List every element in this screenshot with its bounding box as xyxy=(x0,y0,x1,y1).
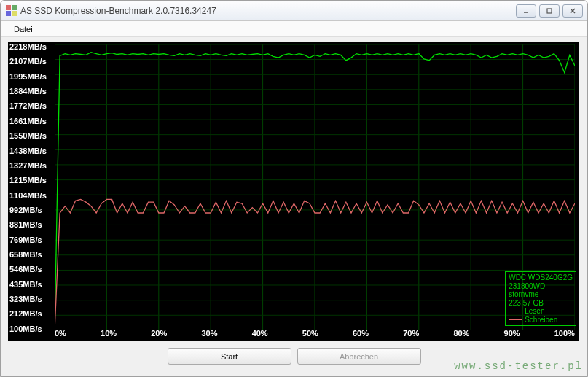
legend: WDC WDS240G2G 231800WD stornvme 223,57 G… xyxy=(505,271,576,326)
menu-datei[interactable]: Datei xyxy=(8,23,39,35)
window-controls xyxy=(516,4,583,18)
x-axis-labels: 0%10%20%30%40%50%60%70%80%90%100% xyxy=(55,329,575,339)
legend-capacity: 223,57 GB xyxy=(509,299,573,308)
start-button[interactable]: Start xyxy=(168,348,291,365)
plot-area xyxy=(55,44,575,330)
close-button[interactable] xyxy=(562,4,583,18)
app-icon xyxy=(5,5,17,17)
maximize-button[interactable] xyxy=(539,4,560,18)
legend-write-row: Schreiben xyxy=(509,316,573,324)
window-title: AS SSD Kompression-Benchmark 2.0.7316.34… xyxy=(20,6,516,16)
y-axis-labels: 2218MB/s2107MB/s1995MB/s1884MB/s1772MB/s… xyxy=(9,43,55,333)
app-window: AS SSD Kompression-Benchmark 2.0.7316.34… xyxy=(0,0,588,377)
menubar: Datei xyxy=(1,21,587,37)
content-area: 2218MB/s2107MB/s1995MB/s1884MB/s1772MB/s… xyxy=(1,37,587,370)
legend-firmware: 231800WD xyxy=(509,282,573,291)
legend-write-swatch xyxy=(509,319,522,320)
legend-read-swatch xyxy=(509,311,522,311)
minimize-button[interactable] xyxy=(516,4,536,18)
legend-write-label: Schreiben xyxy=(525,316,557,324)
titlebar[interactable]: AS SSD Kompression-Benchmark 2.0.7316.34… xyxy=(1,1,587,21)
button-row: Start Abbrechen xyxy=(8,341,580,365)
legend-read-row: Lesen xyxy=(509,307,573,316)
chart: 2218MB/s2107MB/s1995MB/s1884MB/s1772MB/s… xyxy=(8,42,579,341)
svg-rect-1 xyxy=(547,9,552,13)
legend-driver: stornvme xyxy=(509,290,573,299)
legend-device: WDC WDS240G2G xyxy=(509,273,573,282)
legend-read-label: Lesen xyxy=(525,307,544,316)
abbrechen-button: Abbrechen xyxy=(297,348,421,365)
